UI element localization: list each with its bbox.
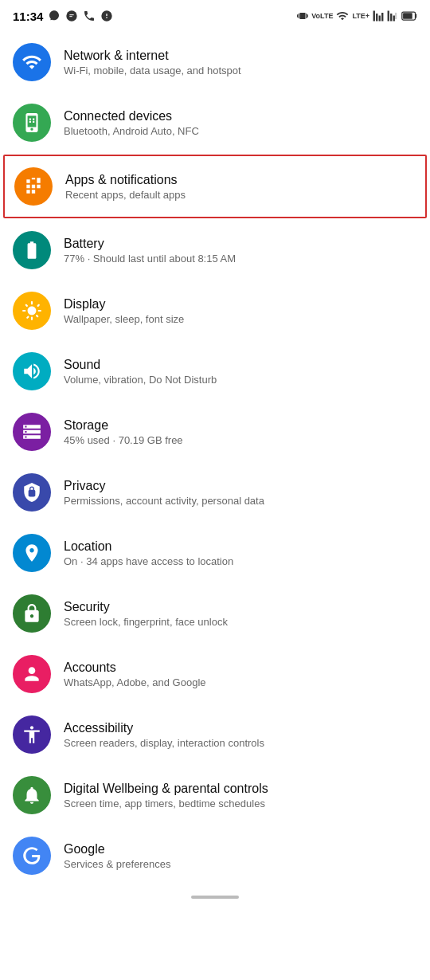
display-subtitle: Wallpaper, sleep, font size <box>64 313 417 325</box>
settings-item-accessibility[interactable]: Accessibility Screen readers, display, i… <box>0 704 430 765</box>
security-text: Security Screen lock, fingerprint, face … <box>64 600 417 628</box>
accessibility-icon-circle <box>13 715 51 754</box>
connected-icon-circle <box>13 104 51 142</box>
vibrate-icon <box>297 10 308 22</box>
sound-title: Sound <box>64 358 417 372</box>
scroll-indicator <box>0 889 430 902</box>
location-subtitle: On · 34 apps have access to location <box>64 555 417 567</box>
connected-icon <box>22 112 42 133</box>
apps-title: Apps & notifications <box>65 173 416 187</box>
battery-icon <box>22 240 42 261</box>
battery-status-icon <box>401 10 417 22</box>
sound-subtitle: Volume, vibration, Do Not Disturb <box>64 374 417 386</box>
privacy-title: Privacy <box>64 479 417 493</box>
settings-item-accounts[interactable]: Accounts WhatsApp, Adobe, and Google <box>0 644 430 704</box>
accounts-text: Accounts WhatsApp, Adobe, and Google <box>64 661 417 688</box>
security-icon <box>22 603 42 624</box>
accessibility-icon <box>22 724 42 745</box>
connected-text: Connected devices Bluetooth, Android Aut… <box>64 109 417 137</box>
settings-item-sound[interactable]: Sound Volume, vibration, Do Not Disturb <box>0 341 430 402</box>
settings-item-storage[interactable]: Storage 45% used · 70.19 GB free <box>0 402 430 462</box>
network-subtitle: Wi-Fi, mobile, data usage, and hotspot <box>64 65 417 76</box>
privacy-icon-circle <box>13 473 51 512</box>
apps-icon-circle <box>14 167 53 206</box>
google-icon <box>22 845 42 866</box>
accounts-subtitle: WhatsApp, Adobe, and Google <box>64 676 417 688</box>
battery-text: Battery 77% · Should last until about 8:… <box>64 237 417 265</box>
accessibility-title: Accessibility <box>64 721 417 735</box>
wifi-status-icon <box>336 10 349 22</box>
apps-text: Apps & notifications Recent apps, defaul… <box>65 173 416 201</box>
svg-point-0 <box>67 10 77 21</box>
location-icon <box>22 543 42 563</box>
privacy-subtitle: Permissions, account activity, personal … <box>64 495 417 507</box>
sound-text: Sound Volume, vibration, Do Not Disturb <box>64 358 417 386</box>
display-icon <box>22 300 42 321</box>
settings-list: Network & internet Wi-Fi, mobile, data u… <box>0 29 430 889</box>
storage-text: Storage 45% used · 70.19 GB free <box>64 418 417 446</box>
settings-item-connected[interactable]: Connected devices Bluetooth, Android Aut… <box>0 92 430 153</box>
location-icon-circle <box>13 534 51 572</box>
wellbeing-icon <box>22 785 42 806</box>
network-icon-circle <box>13 43 51 81</box>
settings-item-security[interactable]: Security Screen lock, fingerprint, face … <box>0 583 430 644</box>
wellbeing-subtitle: Screen time, app timers, bedtime schedul… <box>64 798 417 809</box>
status-left: 11:34 <box>13 10 113 23</box>
display-text: Display Wallpaper, sleep, font size <box>64 297 417 325</box>
battery-subtitle: 77% · Should last until about 8:15 AM <box>64 253 417 265</box>
volte-icon: VoLTE <box>311 12 333 20</box>
storage-icon-circle <box>13 413 51 451</box>
settings-item-network[interactable]: Network & internet Wi-Fi, mobile, data u… <box>0 32 430 92</box>
settings-item-apps[interactable]: Apps & notifications Recent apps, defaul… <box>3 155 427 218</box>
google-text: Google Services & preferences <box>64 842 417 870</box>
battery-icon-circle <box>13 231 51 269</box>
signal1-icon <box>373 10 384 22</box>
settings-item-battery[interactable]: Battery 77% · Should last until about 8:… <box>0 220 430 280</box>
connected-subtitle: Bluetooth, Android Auto, NFC <box>64 125 417 137</box>
accounts-icon-circle <box>13 655 51 693</box>
shazam-icon <box>100 10 113 22</box>
display-icon-circle <box>13 292 51 330</box>
settings-item-privacy[interactable]: Privacy Permissions, account activity, p… <box>0 462 430 523</box>
accounts-icon <box>22 664 42 684</box>
security-subtitle: Screen lock, fingerprint, face unlock <box>64 616 417 628</box>
location-title: Location <box>64 539 417 554</box>
messages-icon <box>65 10 78 22</box>
security-title: Security <box>64 600 417 614</box>
accessibility-text: Accessibility Screen readers, display, i… <box>64 721 417 749</box>
privacy-text: Privacy Permissions, account activity, p… <box>64 479 417 507</box>
location-text: Location On · 34 apps have access to loc… <box>64 539 417 567</box>
wellbeing-title: Digital Wellbeing & parental controls <box>64 782 417 796</box>
status-right-icons: VoLTE LTE+ <box>297 10 417 22</box>
accessibility-subtitle: Screen readers, display, interaction con… <box>64 737 417 749</box>
accounts-title: Accounts <box>64 661 417 675</box>
apps-subtitle: Recent apps, default apps <box>65 189 416 201</box>
settings-item-display[interactable]: Display Wallpaper, sleep, font size <box>0 280 430 341</box>
lte-icon: LTE+ <box>352 12 369 20</box>
status-bar: 11:34 VoLTE LTE+ <box>0 0 430 29</box>
storage-subtitle: 45% used · 70.19 GB free <box>64 434 417 446</box>
settings-item-google[interactable]: Google Services & preferences <box>0 825 430 886</box>
storage-icon <box>22 421 42 442</box>
google-title: Google <box>64 842 417 857</box>
scroll-bar <box>191 896 239 899</box>
storage-title: Storage <box>64 418 417 433</box>
battery-title: Battery <box>64 237 417 251</box>
signal2-icon <box>387 10 398 22</box>
wifi-icon <box>22 52 42 73</box>
connected-title: Connected devices <box>64 109 417 123</box>
svg-rect-2 <box>403 13 412 19</box>
phone-icon <box>83 10 96 22</box>
settings-item-location[interactable]: Location On · 34 apps have access to loc… <box>0 523 430 583</box>
wellbeing-icon-circle <box>13 776 51 814</box>
network-text: Network & internet Wi-Fi, mobile, data u… <box>64 49 417 76</box>
security-icon-circle <box>13 594 51 633</box>
network-title: Network & internet <box>64 49 417 63</box>
google-icon-circle <box>13 837 51 875</box>
snapchat-icon <box>48 10 61 22</box>
apps-icon <box>23 176 44 197</box>
wellbeing-text: Digital Wellbeing & parental controls Sc… <box>64 782 417 809</box>
settings-item-wellbeing[interactable]: Digital Wellbeing & parental controls Sc… <box>0 765 430 825</box>
sound-icon <box>22 361 42 382</box>
privacy-icon <box>22 482 42 503</box>
